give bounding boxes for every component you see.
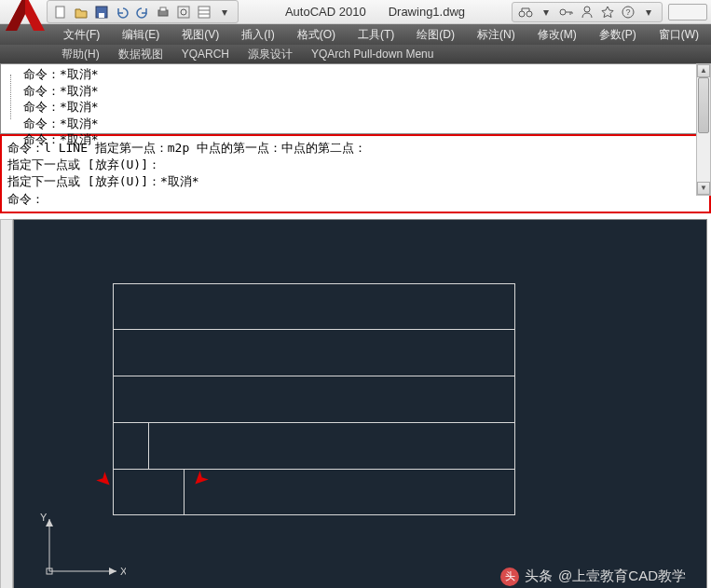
cmd-line: 命令：*取消* [23,83,704,100]
menu-bar-2: 帮助(H) 数据视图 YQARCH 源泉设计 YQArch Pull-down … [0,45,711,63]
ucs-x-label: X [120,566,126,577]
save-icon[interactable] [94,5,109,20]
help-icon[interactable]: ? [621,5,636,20]
cmd-line: 指定下一点或 [放弃(U)]： [7,157,704,173]
table-outline [113,283,515,515]
svg-marker-17 [109,567,116,575]
menu-dataview[interactable]: 数据视图 [109,45,172,64]
undo-icon[interactable] [115,5,130,20]
svg-point-10 [519,11,525,17]
table-hline [113,469,515,470]
menu-tools[interactable]: 工具(T) [347,24,405,46]
svg-rect-2 [99,13,104,18]
menu-window[interactable]: 窗口(W) [648,24,710,46]
ucs-icon: X Y [33,513,126,588]
svg-rect-0 [56,7,64,18]
left-ruler [0,219,13,588]
open-icon[interactable] [74,5,89,20]
watermark-badge: 头 [500,567,519,586]
menu-modify[interactable]: 修改(M) [526,24,588,46]
new-icon[interactable] [53,5,68,20]
scroll-thumb[interactable] [698,77,709,133]
person-icon[interactable] [580,5,595,20]
menu-format[interactable]: 格式(O) [286,24,347,46]
svg-rect-5 [178,7,189,18]
svg-point-13 [584,7,590,12]
favorite-icon[interactable] [600,5,615,20]
table-vline [148,422,149,469]
svg-rect-7 [198,7,210,18]
drawing-canvas[interactable]: ➤ ➤ X Y 头 头条 @上壹教育CAD教学 [13,219,707,588]
dropdown-icon[interactable]: ▾ [641,5,656,20]
command-history: 命令：*取消* 命令：*取消* 命令：*取消* 命令：*取消* 命令：*取消* [0,63,711,134]
svg-point-6 [181,9,186,15]
cmd-line: 命令：*取消* [23,66,704,83]
svg-text:?: ? [625,7,630,17]
svg-point-11 [526,11,532,17]
menu-bar: 文件(F) 编辑(E) 视图(V) 插入(I) 格式(O) 工具(T) 绘图(D… [0,24,711,45]
menu-yuanquan[interactable]: 源泉设计 [239,45,302,64]
menu-dimension[interactable]: 标注(N) [466,24,526,46]
window-minimize[interactable] [668,4,707,21]
menu-help[interactable]: 帮助(H) [52,45,109,64]
cmd-line: 命令：*取消* [23,116,704,132]
doc-name: Drawing1.dwg [389,5,465,19]
dropdown-icon[interactable]: ▾ [217,5,232,20]
svg-rect-4 [160,7,166,11]
watermark-prefix: 头条 [525,567,553,585]
app-name: AutoCAD 2010 [285,5,366,19]
menu-yqarch[interactable]: YQARCH [172,46,239,62]
watermark: 头 头条 @上壹教育CAD教学 [500,567,686,586]
cmd-line: 指定下一点或 [放弃(U)]：*取消* [7,173,704,190]
menu-file[interactable]: 文件(F) [52,24,111,46]
vertical-scrollbar[interactable]: ▲ ▼ [696,63,711,196]
svg-point-12 [560,9,566,15]
dropdown-icon[interactable]: ▾ [539,5,554,20]
watermark-text: @上壹教育CAD教学 [558,567,686,585]
drawing-area-wrap: ➤ ➤ X Y 头 头条 @上壹教育CAD教学 [0,213,711,588]
search-tools: ▾ ? ▾ [512,2,663,22]
scroll-down-icon[interactable]: ▼ [697,182,710,195]
cmd-line: 命令：*取消* [23,99,704,116]
title-bar: ▾ AutoCAD 2010 Drawing1.dwg ▾ ? ▾ [0,0,711,24]
app-logo[interactable] [0,0,50,38]
properties-icon[interactable] [197,5,212,20]
menu-parameters[interactable]: 参数(P) [588,24,648,46]
cmd-line: 命令：*取消* [23,131,704,148]
menu-insert[interactable]: 插入(I) [230,24,285,46]
binoculars-icon[interactable] [518,5,533,20]
key-icon[interactable] [559,5,574,20]
table-hline [113,422,515,423]
menu-pulldown[interactable]: YQArch Pull-down Menu [302,46,443,62]
quick-access-toolbar: ▾ [47,0,239,23]
print-icon[interactable] [156,5,171,20]
menu-draw[interactable]: 绘图(D) [405,24,466,46]
table-hline [113,376,515,376]
cmd-line[interactable]: 命令： [7,191,704,208]
ucs-y-label: Y [40,513,48,523]
redo-icon[interactable] [135,5,150,20]
titlebar-center: AutoCAD 2010 Drawing1.dwg [239,5,512,19]
table-hline [113,329,515,330]
scroll-up-icon[interactable]: ▲ [697,64,710,77]
plot-preview-icon[interactable] [176,5,191,20]
menu-edit[interactable]: 编辑(E) [111,24,171,46]
menu-view[interactable]: 视图(V) [171,24,230,46]
table-vline [184,469,185,515]
